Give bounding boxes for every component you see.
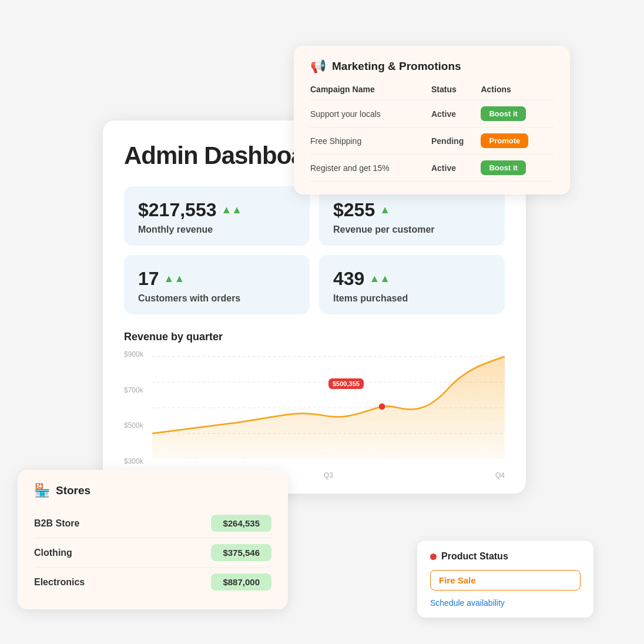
store-name-clothing: Clothing [34,548,72,558]
metric-card-revenue-per-customer: $255 ▲ Revenue per customer [319,186,505,246]
stores-icon: 🏪 [34,483,50,498]
schedule-availability-link[interactable]: Schedule availability [430,598,505,608]
status-dot-red [430,554,437,560]
metric-card-items: 439 ▲▲ Items purchased [319,255,505,314]
metric-arrow-3: ▲▲ [164,273,185,285]
campaign-name-3: Register and get 15% [310,155,431,182]
metrics-grid: $217,553 ▲▲ Monthly revenue $255 ▲ Reven… [124,186,505,314]
boost-button-1[interactable]: Boost it [481,106,525,121]
campaign-status-3: Active [431,155,481,182]
store-name-electronics: Electronics [34,577,85,588]
store-name-b2b: B2B Store [34,518,79,529]
metric-card-customers: 17 ▲▲ Customers with orders [124,255,310,314]
metric-label-customers: Customers with orders [138,293,296,304]
metric-value-monthly-revenue: $217,553 ▲▲ [138,199,296,221]
metric-value-customers: 17 ▲▲ [138,268,296,290]
chart-area: $900k $700k $500k $300k [124,350,505,479]
store-value-electronics: $887,000 [211,573,271,591]
metric-label-items: Items purchased [333,293,491,304]
marketing-header: 📢 Marketing & Promotions [310,59,554,74]
metric-value-revenue-per-customer: $255 ▲ [333,199,491,221]
boost-button-2[interactable]: Boost it [481,160,525,175]
promote-button-1[interactable]: Promote [481,133,528,148]
table-row: Register and get 15% Active Boost it [310,155,554,182]
campaign-status-1: Active [431,100,481,128]
campaign-name-2: Free Shipping [310,128,431,155]
chart-y-labels: $900k $700k $500k $300k [124,350,143,479]
col-campaign-name: Campaign Name [310,85,431,100]
marketing-icon: 📢 [310,59,326,74]
marketing-table: Campaign Name Status Actions Support you… [310,85,554,182]
table-row: Support your locals Active Boost it [310,100,554,128]
metric-arrow-4: ▲▲ [369,273,390,285]
metric-card-monthly-revenue: $217,553 ▲▲ Monthly revenue [124,186,310,246]
svg-point-4 [379,403,385,410]
store-value-b2b: $264,535 [211,515,271,532]
store-row-b2b: B2B Store $264,535 [34,509,271,538]
stores-card: 🏪 Stores B2B Store $264,535 Clothing $37… [18,470,288,609]
product-status-select[interactable]: Fire Sale Active Inactive [430,570,581,591]
col-status: Status [431,85,481,100]
chart-section: Revenue by quarter $900k $700k $500k $30… [124,331,505,479]
metric-value-items: 439 ▲▲ [333,268,491,290]
metric-label-revenue-per-customer: Revenue per customer [333,224,491,235]
product-status-card: Product Status Fire Sale Active Inactive… [417,541,593,618]
metric-arrow-1: ▲▲ [221,204,242,216]
campaign-status-2: Pending [431,128,481,155]
store-row-clothing: Clothing $375,546 [34,538,271,568]
chart-tooltip: $500,355 [328,378,364,389]
marketing-title: Marketing & Promotions [332,60,461,73]
store-value-clothing: $375,546 [211,544,271,561]
marketing-promotions-card: 📢 Marketing & Promotions Campaign Name S… [294,46,570,194]
chart-title: Revenue by quarter [124,331,505,343]
table-row: Free Shipping Pending Promote [310,128,554,155]
campaign-name-1: Support your locals [310,100,431,128]
stores-title: Stores [56,484,90,497]
store-row-electronics: Electronics $887,000 [34,568,271,596]
product-status-header: Product Status [430,551,581,562]
stores-header: 🏪 Stores [34,483,271,498]
metric-label-monthly-revenue: Monthly revenue [138,224,296,235]
product-status-title: Product Status [441,551,508,562]
metric-arrow-2: ▲ [380,204,390,216]
col-actions: Actions [481,85,554,100]
chart-svg: $500,355 [152,350,505,465]
